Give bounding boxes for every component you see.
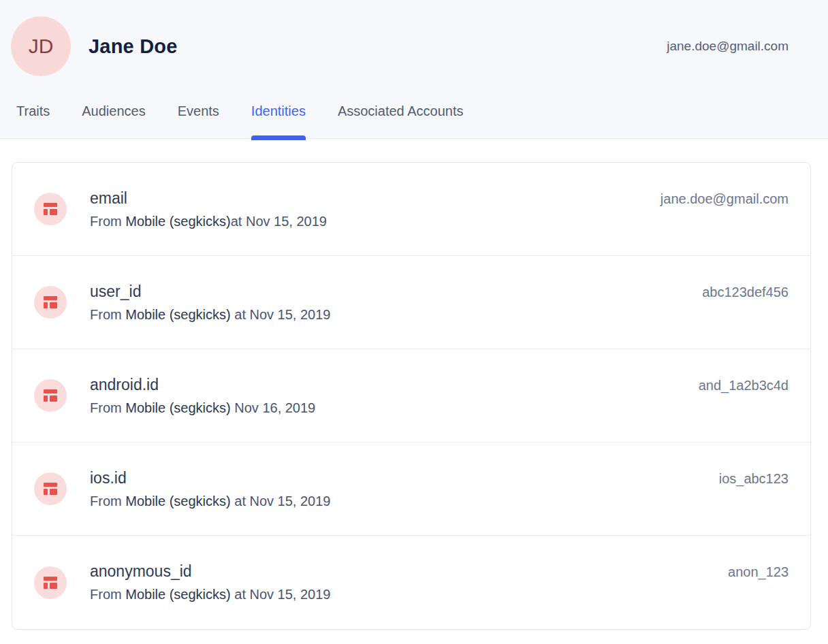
identity-name: android.id: [90, 374, 159, 396]
from-label: From: [90, 494, 125, 509]
layout-icon: [43, 481, 58, 496]
tab-events[interactable]: Events: [178, 103, 219, 140]
identity-name: user_id: [90, 280, 141, 302]
source-name: Mobile (segkicks): [125, 307, 230, 322]
identity-name: anonymous_id: [90, 560, 192, 582]
identity-icon: [34, 472, 67, 505]
avatar-initials: JD: [29, 35, 54, 58]
layout-icon: [43, 202, 58, 216]
from-label: From: [90, 400, 125, 415]
tab-bar: Traits Audiences Events Identities Assoc…: [0, 103, 828, 140]
date-text: at Nov 15, 2019: [231, 307, 331, 322]
date-text: Nov 16, 2019: [231, 400, 316, 415]
identity-icon: [34, 193, 67, 225]
identities-content: email jane.doe@gmail.com From Mobile (se…: [0, 139, 828, 630]
source-name: Mobile (segkicks): [125, 587, 230, 602]
identity-row-user-id: user_id abc123def456 From Mobile (segkic…: [12, 256, 810, 349]
date-text: at Nov 15, 2019: [231, 214, 327, 229]
layout-icon: [43, 388, 58, 403]
tab-associated-accounts[interactable]: Associated Accounts: [338, 103, 464, 140]
date-text: at Nov 15, 2019: [231, 587, 331, 602]
identity-row-anonymous-id: anonymous_id anon_123 From Mobile (segki…: [12, 536, 810, 629]
identity-source-line: From Mobile (segkicks) at Nov 15, 2019: [90, 491, 789, 511]
identity-icon: [34, 566, 67, 599]
identity-value: jane.doe@gmail.com: [660, 188, 789, 210]
source-name: Mobile (segkicks): [125, 214, 230, 229]
identity-source-line: From Mobile (segkicks) at Nov 15, 2019: [90, 584, 789, 605]
from-label: From: [90, 214, 125, 229]
identity-value: ios_abc123: [719, 468, 789, 489]
identity-row-email: email jane.doe@gmail.com From Mobile (se…: [12, 163, 810, 256]
source-name: Mobile (segkicks): [125, 400, 230, 415]
profile-email: jane.doe@gmail.com: [667, 39, 789, 54]
identity-row-android-id: android.id and_1a2b3c4d From Mobile (seg…: [12, 349, 810, 442]
from-label: From: [90, 587, 125, 602]
identity-value: abc123def456: [702, 281, 789, 303]
identity-name: ios.id: [90, 467, 127, 489]
avatar: JD: [11, 16, 71, 76]
identity-value: and_1a2b3c4d: [699, 374, 789, 396]
identity-row-ios-id: ios.id ios_abc123 From Mobile (segkicks)…: [12, 442, 810, 536]
identity-value: anon_123: [728, 561, 789, 583]
identity-icon: [34, 379, 67, 412]
identity-icon: [34, 286, 67, 319]
tab-identities[interactable]: Identities: [251, 103, 306, 140]
layout-icon: [43, 295, 58, 310]
identities-card: email jane.doe@gmail.com From Mobile (se…: [12, 162, 811, 630]
from-label: From: [90, 307, 125, 322]
identity-source-line: From Mobile (segkicks) at Nov 15, 2019: [90, 304, 789, 325]
profile-row: JD Jane Doe jane.doe@gmail.com: [0, 0, 828, 76]
tab-audiences[interactable]: Audiences: [82, 103, 145, 140]
layout-icon: [43, 575, 58, 590]
identity-source-line: From Mobile (segkicks)at Nov 15, 2019: [90, 211, 789, 231]
tab-traits[interactable]: Traits: [16, 103, 50, 140]
source-name: Mobile (segkicks): [125, 494, 230, 509]
date-text: at Nov 15, 2019: [231, 494, 331, 509]
identity-name: email: [90, 187, 127, 209]
identity-source-line: From Mobile (segkicks) Nov 16, 2019: [90, 398, 789, 418]
page-title: Jane Doe: [89, 35, 178, 58]
profile-header: JD Jane Doe jane.doe@gmail.com Traits Au…: [0, 0, 828, 139]
